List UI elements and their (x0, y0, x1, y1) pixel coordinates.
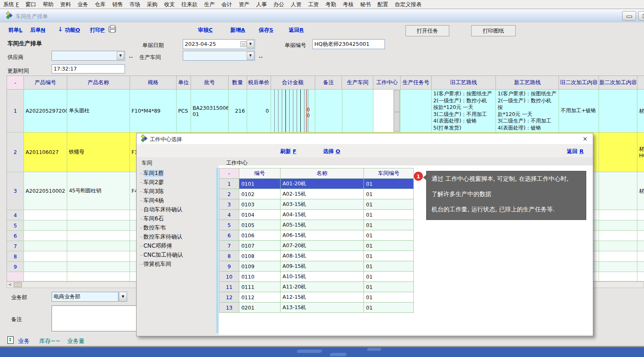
cell-code[interactable] (24, 262, 67, 272)
wc-cell[interactable]: 0103 (239, 199, 281, 210)
workshop-tree-item[interactable]: ┄车间1蔡 (140, 169, 216, 178)
cell-code[interactable] (24, 210, 67, 220)
wc-cell[interactable]: 01 (364, 261, 414, 272)
restore-button[interactable] (638, 11, 644, 21)
grid-header-16[interactable]: 新二次加工内容 (599, 76, 637, 90)
workshop-tree-item[interactable]: ┄数控车床待确认 (140, 232, 216, 241)
menu-item-19[interactable]: 考勤 (322, 1, 340, 8)
workshop-tree-item[interactable]: ┄车间2廖 (140, 178, 216, 187)
date-input[interactable]: 2023-04-25 ▼ (183, 39, 255, 49)
wc-row-number[interactable]: 8 (219, 251, 239, 261)
menu-item-11[interactable]: 往来款 (178, 1, 201, 8)
menu-item-8[interactable]: 市场 (126, 1, 144, 8)
wc-row-number[interactable]: 5 (219, 220, 239, 230)
wc-header-0[interactable]: - (219, 168, 239, 179)
cell-code[interactable] (24, 272, 67, 281)
menu-item-12[interactable]: 生产 (201, 1, 218, 8)
update-time-input[interactable]: 17:32:17 (52, 64, 125, 73)
wc-cell[interactable]: 0105 (239, 220, 281, 230)
wc-cell[interactable]: 0106 (239, 230, 281, 241)
menu-item-6[interactable]: 仓库 (92, 1, 109, 8)
row-number[interactable]: 7 (7, 241, 24, 251)
menu-item-15[interactable]: 人事 (253, 1, 270, 8)
dept-dropdown-button[interactable]: ▼ (119, 292, 127, 302)
cell-old_route[interactable]: 1(客户要求)：按图纸生产 2(一级生产)：数控小机 按款*120元 一天 3(… (432, 90, 496, 132)
cell-price[interactable]: 0 (247, 90, 271, 132)
close-icon[interactable]: × (581, 135, 589, 142)
wc-cell[interactable]: 01 (364, 189, 414, 199)
workshop-tree-item[interactable]: ┄弹簧机车间 (140, 260, 216, 269)
cell-extra[interactable] (637, 231, 644, 241)
wc-cell[interactable]: A03-15机 (281, 199, 364, 210)
cell-name[interactable] (67, 220, 130, 231)
cell-name[interactable]: 铁螺母 (67, 132, 130, 172)
wc-cell[interactable]: 0102 (239, 189, 281, 199)
cell-new_route[interactable]: 1(客户要求)：按图纸生产 2(一级生产)：数控小机 按 款*120元 一天 3… (496, 90, 559, 132)
cell-new_sec[interactable] (599, 251, 637, 262)
bottom-link-3[interactable]: 业务量 (67, 338, 85, 345)
toolbar-link-新增[interactable]: 新增A (230, 26, 245, 34)
wc-cell[interactable]: 01 (364, 292, 414, 303)
wc-row[interactable]: 50105A05-15机01 (219, 220, 414, 230)
cell-new_sec[interactable] (599, 220, 637, 231)
workshop-tree-item[interactable]: ┄车间3陈 (140, 187, 216, 196)
toolbar-link-功能[interactable]: 功能O (65, 26, 80, 34)
cell-extra[interactable]: 材 (637, 90, 644, 132)
wc-row[interactable]: 110111A11-20机01 (219, 282, 414, 292)
cell-extra[interactable] (637, 272, 644, 281)
docno-input[interactable]: HQ杨老师230425001 (312, 39, 385, 49)
wc-cell[interactable]: A08-15机 (281, 251, 364, 261)
wc-row-number[interactable]: 6 (219, 230, 239, 241)
row-number[interactable]: 3 (7, 172, 24, 210)
cell-name[interactable] (67, 210, 130, 220)
cell-extra[interactable]: 材 H0 (637, 132, 644, 172)
workshop-tree-item[interactable]: ┄CNC加工待确认 (140, 251, 216, 260)
wc-header-1[interactable]: 编号 (239, 168, 281, 179)
grid-header-14[interactable]: 新工艺路线 (496, 76, 559, 90)
cell-code[interactable] (24, 241, 67, 251)
cell-name[interactable]: 45号刚圆柱销 (67, 172, 130, 210)
wc-cell[interactable]: 0108 (239, 251, 281, 261)
menu-item-21[interactable]: 秘书 (357, 1, 374, 8)
workshop-tree-item[interactable]: ┄数控车韦 (140, 223, 216, 232)
wc-cell[interactable]: 01 (364, 303, 414, 313)
wc-cell[interactable]: 01 (364, 230, 414, 241)
cell-code[interactable]: A2022052972001 (24, 90, 67, 132)
wc-cell[interactable]: 0101 (239, 179, 281, 189)
wc-cell[interactable]: A05-15机 (281, 220, 364, 230)
workshop-dropdown-button[interactable]: ▼ (247, 52, 254, 60)
workshop-browse-dots[interactable]: .. (259, 53, 263, 59)
toolbar-link-审核[interactable]: 审核C (198, 26, 213, 34)
wc-cell[interactable]: 01 (364, 220, 414, 230)
wc-row[interactable]: 100110A10-15机01 (219, 272, 414, 282)
date-dropdown-button[interactable]: ▼ (247, 40, 254, 48)
row-number[interactable]: 9 (7, 262, 24, 272)
menu-item-5[interactable]: 业务 (74, 1, 92, 8)
menu-item-1[interactable]: 系统 F (0, 1, 22, 8)
wc-cell[interactable]: 01 (364, 199, 414, 210)
cell-name[interactable] (67, 231, 130, 241)
wc-row[interactable]: 20102A02-15机01 (219, 189, 414, 199)
dept-combo[interactable]: 电商业务部 (52, 292, 118, 302)
cell-old_sec[interactable]: 不用加工+镀铬 (559, 90, 599, 132)
cell-name[interactable] (67, 241, 130, 251)
row-number[interactable]: 4 (7, 210, 24, 220)
cell-new_sec[interactable] (599, 210, 637, 220)
work-center-ellipsis-button[interactable]: … (394, 90, 400, 132)
grid-header-7[interactable]: 税后单价 (247, 76, 271, 90)
workshop-tree-item[interactable]: ┄自动车床待确认 (140, 205, 216, 214)
bottom-link-2[interactable]: 库存~~ (39, 338, 60, 345)
wc-cell[interactable]: A06-15机 (281, 230, 364, 241)
workshop-tree-item[interactable]: ┄CNC邓师傅 (140, 241, 216, 251)
cell-code[interactable]: A20220510002 (24, 172, 67, 210)
cell-note[interactable] (315, 90, 342, 132)
grid-header-3[interactable]: 规格 (130, 76, 177, 90)
grid-header-6[interactable]: 数量 (229, 76, 247, 90)
wc-row[interactable]: 120112A12-15机01 (219, 292, 414, 303)
toolbar-link-后单[interactable]: 后单N (30, 26, 45, 34)
cell-qty[interactable]: 216 (229, 90, 247, 132)
wc-header-3[interactable]: 车间编号 (364, 168, 414, 179)
grid-header-2[interactable]: 产品名称 (67, 76, 130, 90)
wc-cell[interactable]: A02-15机 (281, 189, 364, 199)
grid-header-10[interactable]: 生产车间 (342, 76, 373, 90)
